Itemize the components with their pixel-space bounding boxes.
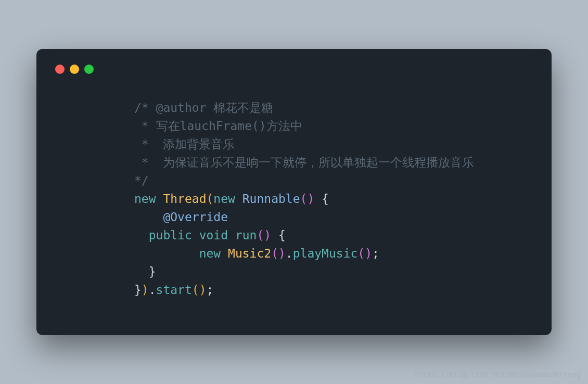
brace: { bbox=[271, 228, 286, 242]
paren: ( bbox=[257, 228, 264, 242]
brace: { bbox=[314, 192, 329, 206]
paren: ) bbox=[278, 247, 286, 260]
comment-line: * 添加背景音乐 bbox=[134, 137, 235, 151]
type-music2: Music2 bbox=[228, 247, 271, 260]
paren: ( bbox=[300, 192, 308, 206]
keyword-new: new bbox=[199, 247, 221, 260]
keyword-void: void bbox=[199, 228, 228, 242]
paren: ( bbox=[192, 283, 199, 297]
comment-line: /* @author 棉花不是糖 bbox=[134, 101, 273, 114]
paren: ( bbox=[357, 247, 365, 260]
code-window: /* @author 棉花不是糖 * 写在lauchFrame()方法中 * 添… bbox=[36, 49, 552, 335]
paren: ) bbox=[264, 228, 271, 242]
semicolon: ; bbox=[207, 283, 214, 297]
method-start: start bbox=[156, 283, 192, 297]
traffic-lights bbox=[55, 65, 533, 74]
keyword-new: new bbox=[213, 192, 235, 206]
code-content: /* @author 棉花不是糖 * 写在lauchFrame()方法中 * 添… bbox=[134, 99, 533, 299]
keyword-public: public bbox=[149, 228, 192, 242]
paren: ( bbox=[271, 247, 278, 260]
watermark-text: https://blog.csdn.net/mianhuabushitang bbox=[414, 370, 581, 379]
annotation-override: @Override bbox=[163, 210, 228, 224]
comment-line: */ bbox=[134, 174, 149, 187]
paren: ) bbox=[365, 247, 372, 260]
comment-line: * 写在lauchFrame()方法中 bbox=[134, 119, 302, 133]
paren: ) bbox=[199, 283, 207, 297]
semicolon: ; bbox=[372, 247, 379, 260]
dot: . bbox=[286, 247, 293, 260]
close-icon[interactable] bbox=[55, 65, 65, 74]
comment-line: * 为保证音乐不是响一下就停，所以单独起一个线程播放音乐 bbox=[134, 156, 474, 169]
keyword-new: new bbox=[134, 192, 156, 206]
brace: } bbox=[149, 265, 156, 278]
paren: ( bbox=[207, 192, 214, 206]
type-thread: Thread bbox=[163, 192, 206, 206]
method-playmusic: playMusic bbox=[293, 247, 358, 260]
brace: } bbox=[134, 283, 142, 297]
method-run: run bbox=[235, 228, 257, 242]
code-editor: /* @author 棉花不是糖 * 写在lauchFrame()方法中 * 添… bbox=[55, 99, 533, 299]
maximize-icon[interactable] bbox=[84, 65, 94, 74]
paren: ) bbox=[307, 192, 314, 206]
type-runnable: Runnable bbox=[242, 192, 300, 206]
dot: . bbox=[149, 283, 156, 297]
paren: ) bbox=[142, 283, 149, 297]
minimize-icon[interactable] bbox=[70, 65, 79, 74]
